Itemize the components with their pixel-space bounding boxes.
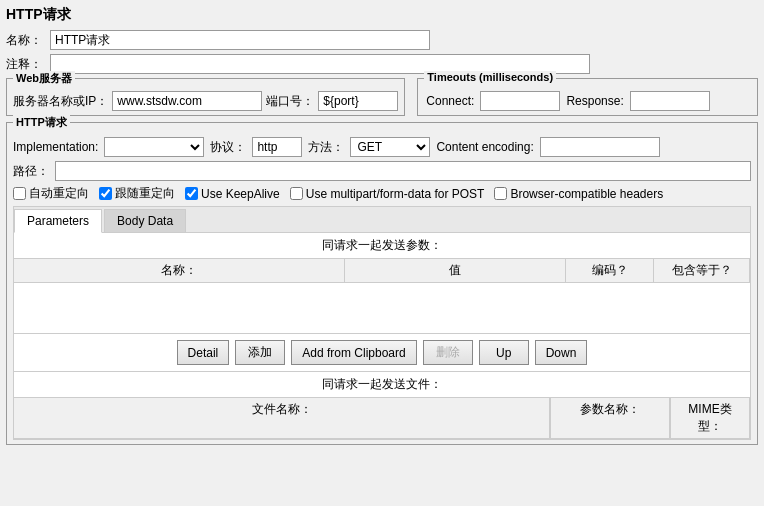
name-input[interactable] bbox=[50, 30, 430, 50]
params-header: 同请求一起发送参数： bbox=[14, 233, 750, 259]
follow-redirect-label: 跟随重定向 bbox=[115, 185, 175, 202]
keep-alive-checkbox-item: Use KeepAlive bbox=[185, 187, 280, 201]
table-body bbox=[14, 283, 750, 333]
browser-headers-checkbox[interactable] bbox=[494, 187, 507, 200]
timeout-legend: Timeouts (milliseconds) bbox=[424, 71, 556, 83]
file-col-name: 文件名称： bbox=[14, 398, 550, 438]
implementation-select[interactable]: HttpClient4 bbox=[104, 137, 204, 157]
files-section: 同请求一起发送文件： 文件名称： 参数名称： MIME类型： bbox=[14, 371, 750, 439]
file-col-param: 参数名称： bbox=[550, 398, 670, 438]
protocol-label: 协议： bbox=[210, 139, 246, 156]
auto-redirect-checkbox-item: 自动重定向 bbox=[13, 185, 89, 202]
files-table-header: 文件名称： 参数名称： MIME类型： bbox=[14, 398, 750, 439]
encoding-label: Content encoding: bbox=[436, 140, 533, 154]
auto-redirect-checkbox[interactable] bbox=[13, 187, 26, 200]
files-header: 同请求一起发送文件： bbox=[14, 372, 750, 398]
http-legend: HTTP请求 bbox=[13, 115, 70, 130]
delete-button[interactable]: 删除 bbox=[423, 340, 473, 365]
file-col-mime: MIME类型： bbox=[670, 398, 750, 438]
table-header-row: 名称： 值 编码？ 包含等于？ bbox=[14, 259, 750, 283]
port-label: 端口号： bbox=[266, 93, 314, 110]
up-button[interactable]: Up bbox=[479, 340, 529, 365]
connect-label: Connect: bbox=[426, 94, 474, 108]
tabs-container: Parameters Body Data 同请求一起发送参数： 名称： 值 编码… bbox=[13, 206, 751, 440]
path-row: 路径： bbox=[13, 161, 751, 181]
col-name: 名称： bbox=[14, 259, 345, 282]
response-input[interactable] bbox=[630, 91, 710, 111]
detail-button[interactable]: Detail bbox=[177, 340, 230, 365]
params-table: 名称： 值 编码？ 包含等于？ bbox=[14, 259, 750, 333]
action-buttons: Detail 添加 Add from Clipboard 删除 Up Down bbox=[14, 333, 750, 371]
down-button[interactable]: Down bbox=[535, 340, 588, 365]
follow-redirect-checkbox-item: 跟随重定向 bbox=[99, 185, 175, 202]
multipart-label: Use multipart/form-data for POST bbox=[306, 187, 485, 201]
keep-alive-checkbox[interactable] bbox=[185, 187, 198, 200]
timeout-panel: Timeouts (milliseconds) Connect: Respons… bbox=[417, 78, 758, 116]
page-title: HTTP请求 bbox=[6, 6, 758, 24]
web-server-panel: Web服务器 服务器名称或IP： 端口号： bbox=[6, 78, 405, 116]
tab-parameters[interactable]: Parameters bbox=[14, 209, 102, 233]
add-clipboard-button[interactable]: Add from Clipboard bbox=[291, 340, 416, 365]
tab-body-data[interactable]: Body Data bbox=[104, 209, 186, 232]
multipart-checkbox-item: Use multipart/form-data for POST bbox=[290, 187, 485, 201]
name-row: 名称： bbox=[6, 30, 758, 50]
server-label: 服务器名称或IP： bbox=[13, 93, 108, 110]
comment-label: 注释： bbox=[6, 56, 46, 73]
add-button[interactable]: 添加 bbox=[235, 340, 285, 365]
follow-redirect-checkbox[interactable] bbox=[99, 187, 112, 200]
keep-alive-label: Use KeepAlive bbox=[201, 187, 280, 201]
col-encode: 编码？ bbox=[566, 259, 654, 282]
response-label: Response: bbox=[566, 94, 623, 108]
col-include: 包含等于？ bbox=[654, 259, 750, 282]
checkboxes-row: 自动重定向 跟随重定向 Use KeepAlive Use multipart/… bbox=[13, 185, 751, 202]
encoding-input[interactable] bbox=[540, 137, 660, 157]
web-server-legend: Web服务器 bbox=[13, 71, 75, 86]
comment-row: 注释： bbox=[6, 54, 758, 74]
http-options-row: Implementation: HttpClient4 协议： 方法： GET … bbox=[13, 137, 751, 157]
tabs-header: Parameters Body Data bbox=[14, 207, 750, 233]
multipart-checkbox[interactable] bbox=[290, 187, 303, 200]
name-label: 名称： bbox=[6, 32, 46, 49]
server-input[interactable] bbox=[112, 91, 262, 111]
connect-input[interactable] bbox=[480, 91, 560, 111]
path-input[interactable] bbox=[55, 161, 751, 181]
browser-headers-checkbox-item: Browser-compatible headers bbox=[494, 187, 663, 201]
implementation-label: Implementation: bbox=[13, 140, 98, 154]
auto-redirect-label: 自动重定向 bbox=[29, 185, 89, 202]
http-section: HTTP请求 Implementation: HttpClient4 协议： 方… bbox=[6, 122, 758, 445]
main-container: HTTP请求 名称： 注释： Web服务器 服务器名称或IP： 端口号： Tim… bbox=[0, 0, 764, 457]
col-value: 值 bbox=[345, 259, 566, 282]
method-label: 方法： bbox=[308, 139, 344, 156]
path-label: 路径： bbox=[13, 163, 49, 180]
port-input[interactable] bbox=[318, 91, 398, 111]
tab-content: 同请求一起发送参数： 名称： 值 编码？ 包含等于？ Detail 添加 Add… bbox=[14, 233, 750, 439]
method-select[interactable]: GET POST PUT DELETE bbox=[350, 137, 430, 157]
protocol-input[interactable] bbox=[252, 137, 302, 157]
browser-headers-label: Browser-compatible headers bbox=[510, 187, 663, 201]
